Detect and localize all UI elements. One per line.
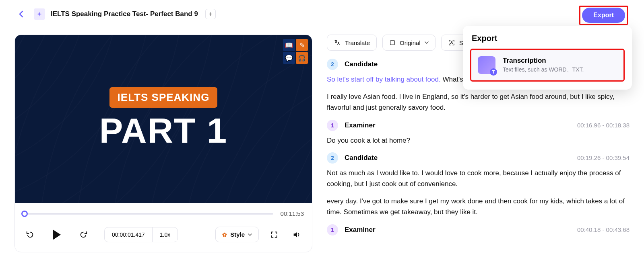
speaker-name: Examiner — [345, 121, 376, 129]
add-tab-button[interactable]: + — [205, 9, 216, 19]
utterance-played: So let's start off by talking about food… — [327, 76, 441, 83]
export-popover: Export Transcription Text files, such as… — [463, 26, 632, 90]
speaker-badge: 1 — [327, 224, 338, 235]
translate-icon — [334, 39, 341, 46]
video-progress-bar[interactable] — [23, 213, 273, 215]
svg-point-1 — [451, 41, 452, 43]
utterance[interactable]: every day. I've got to make sure I get m… — [327, 196, 630, 217]
export-option-subtitle: Text files, such as WORD、TXT. — [503, 66, 584, 74]
export-option-transcription[interactable]: Transcription Text files, such as WORD、T… — [470, 49, 625, 82]
feather-icon: ✎ — [296, 39, 308, 51]
export-button[interactable]: Export — [582, 8, 625, 23]
utterance[interactable]: I really love Asian food. I live in Engl… — [327, 91, 630, 113]
utterance[interactable]: Not as much as I would like to. I would … — [327, 168, 630, 189]
style-label: Style — [230, 231, 245, 238]
segment-timestamp: 00:19.26 - 00:39.54 — [577, 154, 630, 161]
export-button-highlight: Export — [579, 6, 628, 25]
video-overlay-tag: IELTS SPEAKING — [109, 87, 218, 108]
forward-button[interactable] — [76, 227, 91, 242]
video-frame[interactable]: IELTS SPEAKING PART 1 📖 ✎ 💬 🎧 — [15, 35, 312, 203]
play-button[interactable] — [50, 227, 64, 242]
volume-button[interactable] — [289, 227, 304, 242]
translate-button[interactable]: Translate — [327, 35, 377, 51]
chevron-down-icon — [248, 233, 252, 236]
back-button[interactable] — [16, 9, 26, 19]
chevron-down-icon — [425, 41, 429, 44]
file-icon: ✦ — [34, 8, 45, 20]
headphones-icon: 🎧 — [296, 52, 308, 64]
header-bar: ✦ IELTS Speaking Practice Test- Perfect … — [0, 0, 644, 28]
video-corner-icons: 📖 ✎ 💬 🎧 — [283, 39, 308, 64]
document-icon — [389, 39, 396, 46]
speaker-name: Candidate — [345, 60, 378, 68]
speaker-row: 1Examiner00:40.18 - 00:43.68 — [327, 224, 630, 235]
playback-speed[interactable]: 1.0x — [153, 227, 178, 242]
segment-timestamp: 00:16.96 - 00:18.38 — [577, 122, 630, 129]
rewind-button[interactable] — [23, 227, 37, 242]
transcription-icon — [478, 56, 495, 74]
speaker-row: 1Examiner00:16.96 - 00:18.38 — [327, 120, 630, 131]
speaker-name: Examiner — [345, 226, 376, 234]
speaker-name: Candidate — [345, 154, 378, 162]
time-input-group: 00:00:01.417 1.0x — [104, 227, 178, 242]
original-label: Original — [400, 39, 421, 46]
video-overlay-title: PART 1 — [99, 110, 227, 151]
export-popover-heading: Export — [472, 34, 623, 43]
fullscreen-button[interactable] — [267, 227, 281, 242]
original-button[interactable]: Original — [382, 35, 436, 51]
video-total-time: 00:11:53 — [281, 210, 304, 217]
export-option-title: Transcription — [503, 57, 584, 65]
video-card: IELTS SPEAKING PART 1 📖 ✎ 💬 🎧 00:11:53 — [14, 35, 312, 252]
style-flower-icon: ✿ — [222, 231, 227, 238]
speaker-badge: 2 — [327, 152, 338, 164]
svg-rect-0 — [390, 41, 395, 45]
speaker-badge: 1 — [327, 120, 338, 131]
style-button[interactable]: ✿ Style — [215, 227, 259, 242]
speaker-row: 2Candidate00:19.26 - 00:39.54 — [327, 152, 630, 164]
speaker-badge: 2 — [327, 59, 338, 70]
translate-label: Translate — [345, 39, 370, 46]
page-title: IELTS Speaking Practice Test- Perfect Ba… — [51, 10, 198, 18]
utterance[interactable]: Do you cook a lot at home? — [327, 135, 630, 146]
current-time-input[interactable]: 00:00:01.417 — [105, 227, 153, 242]
segment-timestamp: 00:40.18 - 00:43.68 — [577, 226, 630, 233]
chat-icon: 💬 — [283, 52, 295, 64]
video-progress-handle[interactable] — [21, 211, 28, 217]
book-icon: 📖 — [283, 39, 295, 51]
speaker-detect-icon — [448, 39, 455, 46]
